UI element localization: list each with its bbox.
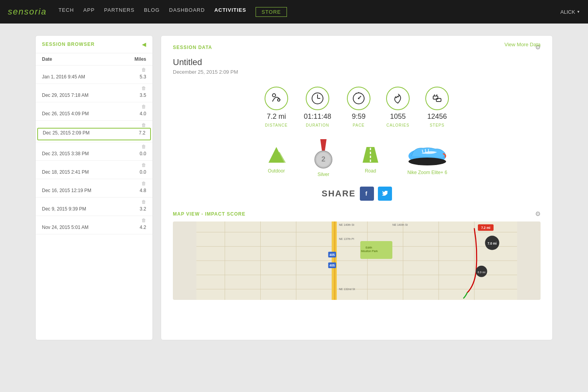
- stat-steps: 12456 STEPS: [425, 87, 449, 127]
- duration-label: DURATION: [306, 123, 329, 127]
- session-miles: 4.0: [140, 111, 146, 116]
- nav-store[interactable]: STORE: [256, 7, 287, 17]
- calories-icon-wrap: [386, 87, 410, 110]
- svg-text:405: 405: [329, 253, 335, 257]
- svg-line-26: [425, 149, 426, 152]
- map-section: MAP VIEW - IMPACT SCORE ⚙: [173, 210, 541, 300]
- map-svg: Edith Moulton Park 405 405 NE 140th St N…: [173, 221, 541, 300]
- delete-icon[interactable]: 🗑: [142, 162, 146, 168]
- session-miles: 7.2: [139, 130, 145, 136]
- session-data-header: SESSION DATA ⚙: [173, 44, 541, 51]
- navigation: sensoria TECH APP PARTNERS BLOG DASHBOAR…: [0, 0, 588, 24]
- outdoor-label: Outdoor: [268, 168, 285, 174]
- nav-activities[interactable]: ACTIVITIES: [214, 7, 247, 17]
- list-item: 🗑 Dec 25, 2015 2:09 PM 7.2: [36, 121, 152, 142]
- delete-icon[interactable]: 🗑: [142, 144, 146, 149]
- collapse-arrow-icon[interactable]: ◀: [142, 41, 146, 47]
- svg-marker-16: [320, 139, 327, 150]
- stat-calories: 1055 CALORIES: [386, 87, 410, 127]
- session-date: Dec 26, 2015 4:09 PM: [42, 111, 89, 116]
- session-miles: 0.0: [140, 151, 146, 156]
- calories-value: 1055: [390, 113, 406, 121]
- session-date: Dec 29, 2015 7:18 AM: [42, 93, 89, 98]
- delete-icon[interactable]: 🗑: [142, 85, 146, 91]
- list-item: 🗑 Dec 16, 2015 12:19 PM 4.8: [36, 179, 152, 198]
- session-row[interactable]: Dec 29, 2015 7:18 AM 3.5: [36, 91, 152, 102]
- svg-text:2: 2: [321, 155, 325, 163]
- outdoor-icon: [265, 143, 288, 165]
- session-browser-header: SESSION BROWSER ◀: [36, 36, 152, 53]
- delete-icon[interactable]: 🗑: [142, 67, 146, 73]
- road-label: Road: [365, 168, 376, 174]
- list-item: 🗑 Dec 18, 2015 2:41 PM 0.0: [36, 161, 152, 179]
- stat-duration: 01:11:48 DURATION: [304, 87, 331, 127]
- session-row[interactable]: Dec 26, 2015 4:09 PM 4.0: [36, 109, 152, 120]
- nav-blog[interactable]: BLOG: [144, 7, 160, 17]
- road-icon: [359, 143, 382, 165]
- pace-icon-wrap: [347, 87, 370, 110]
- session-data-panel: SESSION DATA ⚙ Untitled December 25, 201…: [161, 35, 553, 340]
- list-item: 🗑 Dec 23, 2015 3:38 PM 0.0: [36, 142, 152, 161]
- session-row[interactable]: Dec 9, 2015 9:39 PM 3.2: [36, 205, 152, 216]
- distance-label: DISTANCE: [265, 123, 288, 127]
- pace-value: 9:59: [352, 113, 366, 121]
- nav-app[interactable]: APP: [83, 7, 95, 17]
- svg-point-24: [408, 158, 446, 165]
- view-more-link[interactable]: View More Data: [505, 42, 541, 47]
- svg-point-0: [272, 94, 276, 97]
- duration-icon: [310, 91, 325, 105]
- facebook-share-button[interactable]: f: [360, 187, 374, 201]
- nav-tech[interactable]: TECH: [58, 7, 74, 17]
- nav-partners[interactable]: PARTNERS: [104, 7, 135, 17]
- pace-label: PACE: [353, 123, 365, 127]
- svg-point-9: [358, 98, 359, 99]
- silver-medal-icon: 2: [312, 139, 335, 169]
- session-row-active[interactable]: Dec 25, 2015 2:09 PM 7.2: [37, 128, 151, 140]
- map-settings-icon[interactable]: ⚙: [535, 210, 541, 218]
- list-item: 🗑 Dec 29, 2015 7:18 AM 3.5: [36, 84, 152, 102]
- activity-name: Untitled: [173, 57, 238, 67]
- session-row[interactable]: Dec 16, 2015 12:19 PM 4.8: [36, 186, 152, 197]
- delete-icon[interactable]: 🗑: [142, 199, 146, 205]
- delete-icon[interactable]: 🗑: [142, 104, 146, 109]
- svg-point-1: [278, 99, 280, 101]
- session-row[interactable]: Nov 24, 2015 5:01 AM 4.2: [36, 223, 152, 234]
- delete-icon[interactable]: 🗑: [142, 218, 146, 223]
- list-item: 🗑 Dec 26, 2015 4:09 PM 4.0: [36, 102, 152, 121]
- share-label: SHARE: [321, 189, 356, 199]
- steps-label: STEPS: [430, 123, 445, 127]
- session-list: 🗑 Jan 1, 2016 9:45 AM 5.3 🗑 Dec 29, 2015…: [36, 65, 152, 340]
- stat-pace: 9:59 PACE: [347, 87, 370, 127]
- session-row[interactable]: Jan 1, 2016 9:45 AM 5.3: [36, 73, 152, 83]
- user-menu[interactable]: ALICK: [561, 9, 581, 15]
- stats-row: 7.2 mi DISTANCE 01:11:48 DURATION: [173, 87, 541, 127]
- list-item: 🗑 Dec 9, 2015 9:39 PM 3.2: [36, 198, 152, 216]
- badge-outdoor: Outdoor: [265, 143, 288, 174]
- badge-silver: 2 Silver: [312, 139, 335, 177]
- session-date: Dec 9, 2015 9:39 PM: [42, 206, 86, 212]
- session-miles: 5.3: [140, 74, 146, 80]
- delete-icon[interactable]: 🗑: [142, 122, 146, 128]
- svg-text:NE 140th St: NE 140th St: [339, 223, 354, 227]
- facebook-icon: f: [363, 190, 371, 198]
- session-row[interactable]: Dec 23, 2015 3:38 PM 0.0: [36, 149, 152, 160]
- svg-text:7.0 mi: 7.0 mi: [488, 242, 497, 245]
- twitter-share-button[interactable]: [378, 187, 392, 201]
- col-date-header: Date: [42, 56, 52, 62]
- nav-dashboard[interactable]: DASHBOARD: [169, 7, 205, 17]
- list-item: 🗑 Nov 24, 2015 5:01 AM 4.2: [36, 216, 152, 234]
- twitter-icon: [381, 190, 389, 198]
- svg-text:6.9 mi: 6.9 mi: [477, 270, 485, 274]
- badge-road: Road: [359, 143, 382, 174]
- duration-icon-wrap: [306, 87, 329, 110]
- distance-value: 7.2 mi: [267, 113, 286, 121]
- session-row[interactable]: Dec 18, 2015 2:41 PM 0.0: [36, 168, 152, 179]
- session-date: Nov 24, 2015 5:01 AM: [42, 225, 89, 230]
- session-miles: 3.5: [140, 93, 146, 98]
- logo-text: sensoria: [8, 7, 47, 16]
- steps-icon-wrap: [425, 87, 449, 110]
- map-header: MAP VIEW - IMPACT SCORE ⚙: [173, 210, 541, 218]
- delete-icon[interactable]: 🗑: [142, 181, 146, 186]
- map-title: MAP VIEW - IMPACT SCORE: [173, 211, 245, 217]
- svg-text:7.2 mi: 7.2 mi: [481, 226, 490, 230]
